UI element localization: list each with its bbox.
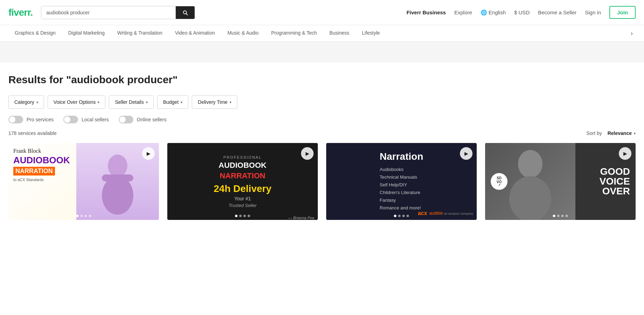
header: fiverr. Fiverr Business Explore 🌐 Englis… [0, 0, 644, 25]
card1-content: Frank Block AUDIOBOOK NARRATION to aCX S… [13, 148, 70, 182]
card4-play-button[interactable]: ▶ [619, 147, 631, 160]
category-programming-tech[interactable]: Programming & Tech [265, 25, 323, 41]
svg-rect-2 [102, 174, 133, 181]
search-button[interactable] [176, 6, 195, 19]
card1-subtitle: NARRATION [13, 167, 55, 176]
sign-in-link[interactable]: Sign in [585, 9, 601, 15]
card2-play-button[interactable]: ▶ [301, 147, 314, 160]
listing-card-4[interactable]: SD VO ↗ GOOD VOICE OVER ▶ [485, 143, 636, 220]
category-lifestyle[interactable]: Lifestyle [356, 25, 386, 41]
card4-good: GOOD [600, 167, 630, 177]
toggle-pro-services[interactable]: Pro services [8, 116, 54, 123]
filter-category[interactable]: Category ▾ [8, 95, 44, 109]
card3-content: Narration Audiobooks Technical Manuals S… [374, 145, 429, 218]
card3-item-5: Fantasy [380, 196, 423, 204]
search-input[interactable] [41, 6, 176, 19]
filter-delivery-time[interactable]: Delivery Time ▾ [192, 95, 237, 109]
card3-item-1: Audiobooks [380, 166, 423, 173]
card1-title: AUDIOBOOK [13, 156, 70, 165]
category-graphics-design[interactable]: Graphics & Design [8, 25, 62, 41]
currency-selector[interactable]: $ USD [514, 9, 530, 15]
card3-item-4: Children's Literature [380, 189, 423, 196]
dot-4 [89, 215, 91, 217]
filter-budget[interactable]: Budget ▾ [157, 95, 188, 109]
card2-thumbnail: PROFESSIONAL AUDIOBOOK NARRATION 24h Del… [167, 143, 318, 220]
explore-link[interactable]: Explore [454, 9, 472, 15]
category-digital-marketing[interactable]: Digital Marketing [62, 25, 111, 41]
listing-card-1[interactable]: Frank Block AUDIOBOOK NARRATION to aCX S… [8, 143, 159, 220]
card3-item-6: Romance and more! [380, 204, 423, 212]
dot-2 [80, 215, 83, 217]
dot-2 [239, 215, 242, 217]
card2-title1: AUDIOBOOK [214, 161, 272, 170]
toggle-online-sellers[interactable]: Online sellers [119, 116, 167, 123]
filter-category-label: Category [14, 99, 34, 105]
header-nav: Fiverr Business Explore 🌐 English $ USD … [406, 6, 636, 19]
chevron-down-icon: ▾ [146, 100, 148, 104]
dot-1 [76, 215, 79, 217]
card3-thumbnail: Narration Audiobooks Technical Manuals S… [326, 143, 477, 220]
listing-card-2[interactable]: PROFESSIONAL AUDIOBOOK NARRATION 24h Del… [167, 143, 318, 220]
category-nav-arrow[interactable]: › [628, 30, 636, 37]
card3-item-3: Self Help/DIY [380, 181, 423, 189]
category-nav: Graphics & Design Digital Marketing Writ… [0, 25, 644, 42]
cards-grid: Frank Block AUDIOBOOK NARRATION to aCX S… [8, 143, 636, 220]
category-writing-translation[interactable]: Writing & Translation [111, 25, 169, 41]
dot-3 [561, 215, 564, 217]
sort-value: Relevance [608, 130, 632, 136]
dot-3 [85, 215, 87, 217]
online-sellers-toggle[interactable] [119, 116, 133, 123]
logo-text: fiverr [8, 7, 30, 18]
pro-services-label: Pro services [27, 117, 54, 122]
card3-play-button[interactable]: ▶ [460, 147, 472, 160]
card1-carousel-dots [76, 215, 91, 217]
sort-selector[interactable]: Sort by Relevance ▾ [586, 130, 636, 136]
card4-voice: VOICE [600, 177, 630, 186]
filter-voice-over-options[interactable]: Voice Over Options ▾ [48, 95, 106, 109]
online-sellers-label: Online sellers [137, 117, 167, 122]
card1-play-button[interactable]: ▶ [142, 147, 155, 160]
results-bar: 178 services available Sort by Relevance… [8, 130, 636, 136]
globe-icon: 🌐 [481, 9, 487, 16]
logo[interactable]: fiverr. [8, 7, 33, 18]
language-selector[interactable]: 🌐 English [481, 9, 506, 16]
card4-text: GOOD VOICE OVER [600, 167, 630, 196]
filter-bar: Category ▾ Voice Over Options ▾ Seller D… [8, 95, 636, 109]
dot-2 [398, 215, 401, 217]
card2-content: PROFESSIONAL AUDIOBOOK NARRATION 24h Del… [208, 150, 277, 214]
dot-1 [394, 215, 397, 217]
svg-point-1 [102, 176, 133, 215]
card4-badge: SD VO ↗ [491, 173, 507, 190]
local-sellers-label: Local sellers [82, 117, 109, 122]
card4-thumbnail: SD VO ↗ GOOD VOICE OVER ▶ [485, 143, 636, 220]
card3-item-2: Technical Manuals [380, 173, 423, 181]
join-button[interactable]: Join [609, 6, 636, 19]
card1-seller-name: Frank Block [13, 148, 70, 154]
listing-card-3[interactable]: Narration Audiobooks Technical Manuals S… [326, 143, 477, 220]
card3-carousel-dots [394, 215, 409, 217]
audible-logo: audible an amazon company [429, 211, 473, 216]
become-seller-link[interactable]: Become a Seller [538, 9, 576, 15]
results-count: 178 services available [8, 130, 57, 136]
dot-2 [557, 215, 560, 217]
card4-over: OVER [600, 186, 630, 196]
dot-4 [566, 215, 568, 217]
fiverr-business-link[interactable]: Fiverr Business [406, 9, 446, 15]
filter-budget-label: Budget [163, 99, 178, 105]
category-music-audio[interactable]: Music & Audio [221, 25, 265, 41]
toggle-local-sellers[interactable]: Local sellers [63, 116, 109, 123]
card2-carousel-dots [235, 215, 250, 217]
category-business[interactable]: Business [323, 25, 356, 41]
filter-voice-over-label: Voice Over Options [54, 99, 96, 105]
dot-3 [244, 215, 246, 217]
chevron-down-icon: ▾ [181, 100, 182, 104]
sort-chevron-icon: ▾ [634, 131, 636, 135]
svg-point-3 [518, 150, 542, 178]
local-sellers-toggle[interactable] [63, 116, 78, 123]
pro-services-toggle[interactable] [8, 116, 23, 123]
language-label: English [489, 9, 506, 15]
card4-carousel-dots [553, 215, 568, 217]
sort-spacer [604, 130, 606, 136]
category-video-animation[interactable]: Video & Animation [169, 25, 221, 41]
filter-seller-details[interactable]: Seller Details ▾ [109, 95, 153, 109]
